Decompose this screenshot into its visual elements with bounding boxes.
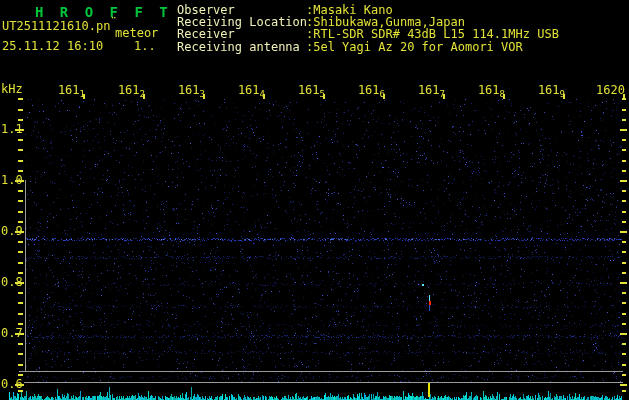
axis-tick <box>622 323 626 325</box>
axis-tick <box>18 241 23 243</box>
axis-tick <box>203 94 205 99</box>
frequency-unit-label: kHz <box>1 83 23 95</box>
app-title: H R O F F T <box>35 5 172 19</box>
axis-tick <box>323 94 325 99</box>
axis-tick <box>620 129 627 131</box>
axis-tick <box>622 343 626 345</box>
axis-tick <box>18 190 23 192</box>
receiver-label: Receiver <box>177 28 235 40</box>
axis-tick <box>622 221 626 223</box>
detection-band-upper-line <box>19 371 623 372</box>
receiver-value: :RTL-SDR SDR# 43dB L15 114.1MHz USB <box>306 28 559 40</box>
record-counter: 1.. <box>134 40 156 52</box>
time-label-1617: 1617 <box>411 84 445 97</box>
capture-filename: UT2511121610.pn <box>2 20 110 32</box>
axis-tick <box>18 160 23 162</box>
mode-label: meteor <box>115 27 158 39</box>
axis-tick <box>620 231 627 233</box>
time-label-1616: 1616 <box>351 84 385 97</box>
axis-tick <box>620 180 627 182</box>
axis-tick <box>18 323 23 325</box>
time-label-1613: 1613 <box>171 84 205 97</box>
axis-tick <box>622 302 626 304</box>
axis-tick <box>623 94 625 99</box>
axis-tick <box>18 313 23 315</box>
axis-tick <box>620 384 627 386</box>
axis-tick <box>15 384 24 386</box>
axis-tick <box>622 160 626 162</box>
axis-tick <box>18 374 23 376</box>
axis-tick <box>18 343 23 345</box>
axis-tick <box>622 190 626 192</box>
axis-tick <box>15 282 24 284</box>
axis-tick <box>18 139 23 141</box>
axis-tick <box>622 353 626 355</box>
axis-tick <box>15 180 24 182</box>
axis-tick <box>15 129 24 131</box>
axis-tick <box>503 94 505 99</box>
time-label-1612: 1612 <box>111 84 145 97</box>
axis-tick <box>622 313 626 315</box>
axis-tick <box>622 390 626 392</box>
axis-tick <box>18 262 23 264</box>
axis-tick <box>18 119 23 121</box>
axis-tick <box>18 302 23 304</box>
axis-tick <box>383 94 385 99</box>
time-label-1614: 1614 <box>231 84 265 97</box>
axis-tick <box>622 119 626 121</box>
hrofft-window: H R O F F T UT2511121610.pn ¨ meteor 25.… <box>0 0 629 400</box>
axis-tick <box>18 200 23 202</box>
axis-tick <box>443 94 445 99</box>
axis-tick <box>83 94 85 99</box>
axis-tick <box>622 262 626 264</box>
axis-tick <box>18 251 23 253</box>
axis-tick <box>622 251 626 253</box>
detection-band-left-border <box>25 180 26 371</box>
axis-tick <box>18 149 23 151</box>
spectrogram-canvas <box>0 0 629 400</box>
axis-tick <box>622 109 626 111</box>
axis-tick <box>143 94 145 99</box>
axis-tick <box>620 282 627 284</box>
time-label-1618: 1618 <box>471 84 505 97</box>
axis-tick <box>622 292 626 294</box>
axis-tick <box>18 353 23 355</box>
axis-tick <box>18 98 23 100</box>
axis-tick <box>18 170 23 172</box>
axis-tick <box>622 211 626 213</box>
axis-tick <box>620 333 627 335</box>
axis-tick <box>15 231 24 233</box>
axis-tick <box>18 211 23 213</box>
axis-tick <box>622 241 626 243</box>
time-label-1620: 1620 <box>591 84 625 96</box>
axis-tick <box>263 94 265 99</box>
record-datetime: 25.11.12 16:10 <box>2 40 103 52</box>
axis-tick <box>18 272 23 274</box>
time-label-1615: 1615 <box>291 84 325 97</box>
axis-tick <box>622 139 626 141</box>
time-label-1611: 1611 <box>51 84 85 97</box>
axis-tick <box>622 364 626 366</box>
axis-tick <box>622 272 626 274</box>
axis-tick <box>18 390 23 392</box>
axis-tick <box>18 364 23 366</box>
time-label-1619: 1619 <box>531 84 565 97</box>
axis-tick <box>18 292 23 294</box>
axis-tick <box>563 94 565 99</box>
axis-tick <box>622 200 626 202</box>
axis-tick <box>18 109 23 111</box>
axis-tick <box>622 149 626 151</box>
axis-tick <box>18 221 23 223</box>
antenna-label: Receiving antenna <box>177 41 300 53</box>
axis-tick <box>622 374 626 376</box>
detection-band-lower-line <box>24 382 623 383</box>
antenna-value: :5el Yagi Az 20 for Aomori VOR <box>306 41 523 53</box>
axis-tick <box>622 170 626 172</box>
axis-tick <box>15 333 24 335</box>
